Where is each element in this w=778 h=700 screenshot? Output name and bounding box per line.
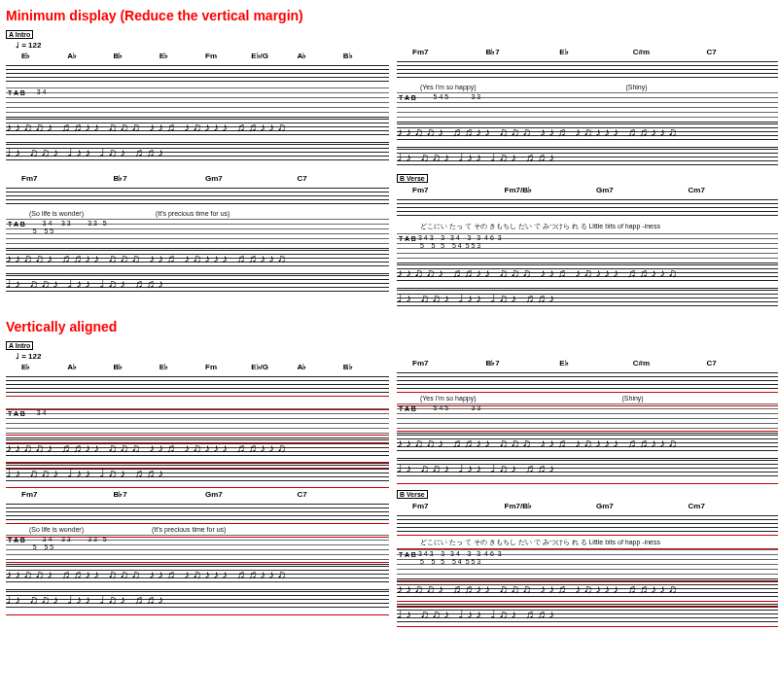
vocal-staff <box>6 63 389 85</box>
chord-row: Fm7B♭7 Gm7C7 <box>21 174 389 184</box>
tab-label: T A B <box>399 94 416 101</box>
tab-staff: T A B 3 4 3 3 3 3 5 5 5 5 <box>6 535 389 562</box>
heading-aligned: Vertically aligned <box>6 319 778 334</box>
lyrics-line: (Yes I'm so happy)(Shiny) <box>420 395 778 402</box>
alignment-line <box>397 626 778 627</box>
vocal-staff <box>397 197 778 219</box>
tempo-mark: ♩ = 122 <box>16 41 389 50</box>
tab-staff: T A B 3 4 <box>6 88 389 115</box>
tab-numbers: 3 4 3 3 3 3 5 5 5 5 <box>27 536 385 551</box>
chord-row: E♭A♭ B♭E♭ FmE♭/G A♭B♭ <box>21 52 389 61</box>
alignment-line <box>6 562 389 563</box>
score-panel: A Intro ♩ = 122 E♭A♭ B♭E♭ FmE♭/G A♭B♭ <box>6 339 389 482</box>
tab-staff: T A B 3 4 3 3 3 3 5 5 5 5 <box>6 219 389 246</box>
tab-label: T A B <box>8 221 25 228</box>
notation: ♪♪♫♫♪ ♬♬♪♪ ♫♫♫ ♪♪♬ ♪♫♪♪♪ ♬♬♪♪♫ <box>397 262 778 282</box>
score-panel: Fm7B♭7 E♭C#m C7 (Yes I'm so happy)(Shiny… <box>397 339 778 482</box>
lyrics-line: どこにい たっ て その きもちし だい で みつけら れ る Little b… <box>420 222 778 231</box>
tab-staff: T A B 3 4 3 3 3 4 3 3 4 6 3 5 5 5 5 4 5 … <box>397 233 778 261</box>
tab-staff: T A B 5 4 5 3 3 <box>397 92 778 120</box>
tab-label: T A B <box>8 537 25 543</box>
tab-label: T A B <box>399 235 416 242</box>
notation: ♪♪♫♫♪ ♬♬♪♪ ♫♫♫ ♪♪♬ ♪♫♪♪♪ ♬♬♪♪♫ <box>397 122 778 141</box>
lyrics-line: (So life is wonder)(It's precious time f… <box>29 526 389 533</box>
tab-label: T A B <box>8 89 25 96</box>
notation: ♪♪♫♫♪ ♬♬♪♪ ♫♫♫ ♪♪♬ ♪♫♪♪♪ ♬♬♪♪♫ <box>397 433 778 452</box>
notation: ♩♪ ♫♫♪ ♩♪♪ ♩♫♪ ♬♬♪ <box>397 288 778 307</box>
notation: ♩♪ ♫♫♪ ♩♪♪ ♩♫♪ ♬♬♪ <box>397 458 778 477</box>
vocal-staff <box>6 374 389 396</box>
chord-row: Fm7Fm7/B♭ Gm7Cm7 <box>412 186 778 195</box>
lyrics-line: (Yes I'm so happy) (Shiny) <box>420 84 778 90</box>
tab-numbers: 5 4 5 3 3 <box>418 93 776 101</box>
section-mark-verse: B Verse <box>397 490 428 499</box>
notation: ♩♪ ♫♫♪ ♩♪♪ ♩♫♪ ♬♬♪ <box>6 463 389 482</box>
piano-grand-staff: ♪♪♫♫♪ ♬♬♪♪ ♫♫♫ ♪♪♬ ♪♫♪♪♪ ♬♬♪♪♫ ♩♪ ♫♫♪ ♩♪… <box>6 248 389 293</box>
system-row: A Intro ♩ = 122 E♭A♭ B♭E♭ FmE♭/G A♭B♭ T … <box>6 28 778 166</box>
chord-row: Fm7Fm7/B♭ Gm7Cm7 <box>412 502 778 511</box>
tab-numbers: 3 4 3 3 3 3 5 5 5 5 <box>27 220 385 235</box>
vocal-staff <box>6 502 389 523</box>
aligned-stack: (Yes I'm so happy)(Shiny) T A B 5 4 5 3 … <box>397 370 778 477</box>
section-mark-verse: B Verse <box>397 174 428 183</box>
score-panel: Fm7B♭7 Gm7C7 (So life is wonder) (It's p… <box>6 172 389 307</box>
piano-grand-staff: ♪♪♫♫♪ ♬♬♪♪ ♫♫♫ ♪♪♬ ♪♫♪♪♪ ♬♬♪♪♫ ♩♪ ♫♫♪ ♩♪… <box>397 578 778 623</box>
tab-staff: T A B 3 4 3 3 3 4 3 3 4 6 3 5 5 5 5 4 5 … <box>397 549 778 577</box>
alignment-line <box>397 535 778 536</box>
system-row: A Intro ♩ = 122 E♭A♭ B♭E♭ FmE♭/G A♭B♭ <box>6 339 778 482</box>
aligned-stack: どこにい たっ て その きもちし だい で みつけら れ る Little b… <box>397 513 778 623</box>
tab-numbers: 3 4 <box>27 88 385 96</box>
vocal-staff <box>397 370 778 392</box>
aligned-stack: (So life is wonder)(It's precious time f… <box>6 502 389 609</box>
notation: ♩♪ ♫♫♪ ♩♪♪ ♩♫♪ ♬♬♪ <box>397 147 778 166</box>
score-minimum: A Intro ♩ = 122 E♭A♭ B♭E♭ FmE♭/G A♭B♭ T … <box>4 26 778 315</box>
piano-grand-staff: ♪♪♫♫♪ ♬♬♪♪ ♫♫♫ ♪♪♬ ♪♫♪♪♪ ♬♬♪♪♫ ♩♪ ♫♫♪ ♩♪… <box>6 438 389 482</box>
tab-numbers: 3 4 3 3 3 4 3 3 4 6 3 5 5 5 5 4 5 5 3 <box>418 234 776 250</box>
lyrics-line <box>29 399 389 406</box>
notation: ♩♪ ♫♫♪ ♩♪♪ ♩♫♪ ♬♬♪ <box>6 142 389 161</box>
piano-grand-staff: ♪♪♫♫♪ ♬♬♪♪ ♫♫♫ ♪♪♬ ♪♫♪♪♪ ♬♬♪♪♫ ♩♪ ♫♫♪ ♩♪… <box>397 262 778 307</box>
alignment-line <box>397 483 778 484</box>
heading-minimum: Minimum display (Reduce the vertical mar… <box>6 8 778 23</box>
notation: ♪♪♫♫♪ ♬♬♪♪ ♫♫♫ ♪♪♬ ♪♫♪♪♪ ♬♬♪♪♫ <box>6 117 389 136</box>
chord-row: Fm7B♭7 E♭C#m C7 <box>412 48 778 57</box>
tab-label: T A B <box>399 405 416 412</box>
vocal-staff <box>397 513 778 535</box>
aligned-stack: T A B 3 4 ♪♪♫♫♪ ♬♬♪♪ ♫♫♫ ♪♪♬ ♪♫♪♪♪ ♬♬♪♪♫… <box>6 374 389 482</box>
notation: ♪♪♫♫♪ ♬♬♪♪ ♫♫♫ ♪♪♬ ♪♫♪♪♪ ♬♬♪♪♫ <box>397 578 778 598</box>
tab-numbers: 3 4 3 3 3 4 3 3 4 6 3 5 5 5 5 4 5 5 3 <box>418 550 776 566</box>
lyrics-line: (So life is wonder) (It's precious time … <box>29 210 389 217</box>
score-panel: B Verse Fm7Fm7/B♭ Gm7Cm7 どこにい たっ て その きも… <box>397 172 778 307</box>
alignment-line <box>6 396 389 397</box>
score-panel: Fm7B♭7 E♭C#m C7 (Yes I'm so happy) (Shin… <box>397 28 778 166</box>
tab-staff: T A B 3 4 <box>6 408 389 436</box>
lyrics-line: どこにい たっ て その きもちし だい で みつけら れ る Little b… <box>420 538 778 547</box>
notation: ♪♪♫♫♪ ♬♬♪♪ ♫♫♫ ♪♪♬ ♪♫♪♪♪ ♬♬♪♪♫ <box>6 564 389 583</box>
notation: ♩♪ ♫♫♪ ♩♪♪ ♩♫♪ ♬♬♪ <box>6 273 389 293</box>
tab-numbers: 5 4 5 3 3 <box>418 404 776 412</box>
system-row: Fm7B♭7 Gm7C7 (So life is wonder) (It's p… <box>6 172 778 307</box>
score-panel: A Intro ♩ = 122 E♭A♭ B♭E♭ FmE♭/G A♭B♭ T … <box>6 28 389 166</box>
tab-label: T A B <box>399 551 416 558</box>
score-panel: B Verse Fm7Fm7/B♭ Gm7Cm7 どこにい たっ て その きも… <box>397 488 778 623</box>
notation: ♪♪♫♫♪ ♬♬♪♪ ♫♫♫ ♪♪♬ ♪♫♪♪♪ ♬♬♪♪♫ <box>6 438 389 457</box>
notation: ♪♪♫♫♪ ♬♬♪♪ ♫♫♫ ♪♪♬ ♪♫♪♪♪ ♬♬♪♪♫ <box>6 248 389 267</box>
piano-grand-staff: ♪♪♫♫♪ ♬♬♪♪ ♫♫♫ ♪♪♬ ♪♫♪♪♪ ♬♬♪♪♫ ♩♪ ♫♫♪ ♩♪… <box>397 122 778 166</box>
piano-grand-staff: ♪♪♫♫♪ ♬♬♪♪ ♫♫♫ ♪♪♬ ♪♫♪♪♪ ♬♬♪♪♫ ♩♪ ♫♫♪ ♩♪… <box>6 117 389 161</box>
chord-row: Fm7B♭7 E♭C#m C7 <box>412 359 778 368</box>
system-row: Fm7B♭7 Gm7C7 (So life is wonder)(It's pr… <box>6 488 778 623</box>
tab-label: T A B <box>8 410 25 417</box>
piano-grand-staff: ♪♪♫♫♪ ♬♬♪♪ ♫♫♫ ♪♪♬ ♪♫♪♪♪ ♬♬♪♪♫ ♩♪ ♫♫♪ ♩♪… <box>6 564 389 609</box>
score-panel: Fm7B♭7 Gm7C7 (So life is wonder)(It's pr… <box>6 488 389 623</box>
tab-numbers: 3 4 <box>27 409 385 417</box>
tempo-mark: ♩ = 122 <box>16 352 389 361</box>
alignment-line <box>6 614 389 615</box>
alignment-line <box>6 523 389 524</box>
alignment-line <box>397 431 778 432</box>
tab-staff: T A B 5 4 5 3 3 <box>397 403 778 431</box>
notation: ♩♪ ♫♫♪ ♩♪♪ ♩♫♪ ♬♬♪ <box>6 589 389 609</box>
alignment-line <box>397 392 778 393</box>
section-mark-intro: A Intro <box>6 30 33 39</box>
vocal-staff <box>397 59 778 81</box>
piano-grand-staff: ♪♪♫♫♪ ♬♬♪♪ ♫♫♫ ♪♪♬ ♪♫♪♪♪ ♬♬♪♪♫ ♩♪ ♫♫♪ ♩♪… <box>397 433 778 477</box>
